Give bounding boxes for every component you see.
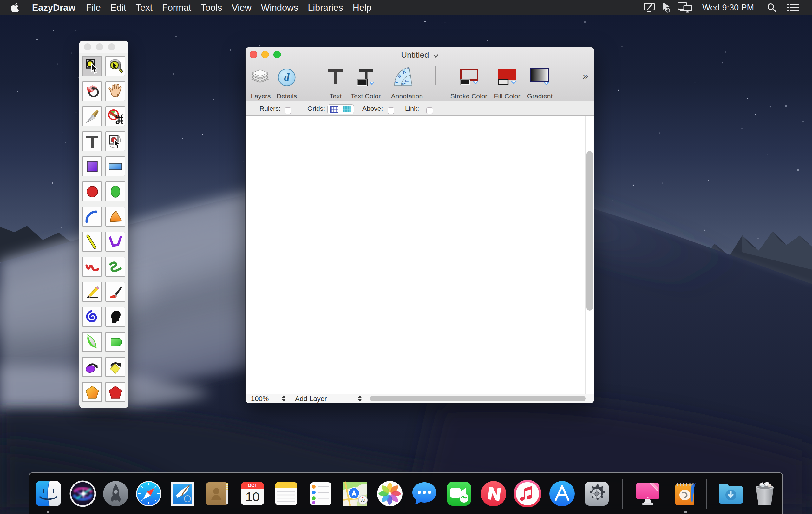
svg-text:d: d [284, 72, 290, 83]
svg-text:3D: 3D [360, 498, 366, 503]
svg-text:OCT: OCT [248, 483, 257, 488]
svg-text:10: 10 [245, 490, 260, 504]
svg-text:T: T [407, 67, 411, 72]
